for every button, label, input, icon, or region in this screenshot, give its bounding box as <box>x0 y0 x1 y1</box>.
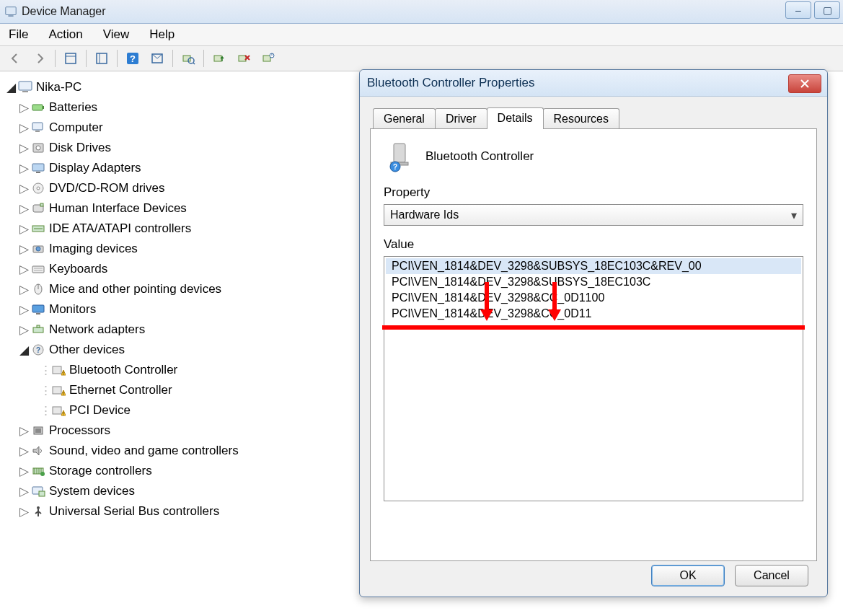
tree-node-label: Sound, video and game controllers <box>49 444 244 458</box>
expand-icon[interactable]: ▷ <box>17 162 30 175</box>
tab-details[interactable]: Details <box>487 107 544 129</box>
tree-node-label: Mice and other pointing devices <box>49 282 227 296</box>
tree-child-label: Ethernet Controller <box>69 383 178 397</box>
tree-node-label: Computer <box>49 120 109 135</box>
ok-button[interactable]: OK <box>651 565 725 586</box>
svg-marker-73 <box>548 309 561 321</box>
list-item[interactable]: PCI\VEN_1814&DEV_3298&CC_0D1100 <box>386 290 801 306</box>
tree-node-label: Imaging devices <box>49 242 144 256</box>
warning-icon: ! <box>50 363 66 377</box>
tab-driver[interactable]: Driver <box>435 108 487 129</box>
expand-icon[interactable]: ▷ <box>17 444 30 457</box>
expand-icon[interactable]: ▷ <box>17 465 30 478</box>
tree-node-label: System devices <box>49 484 141 498</box>
window-title: Device Manager <box>22 5 106 18</box>
expand-icon[interactable]: ▷ <box>17 505 30 518</box>
back-button[interactable] <box>4 48 26 69</box>
expand-icon[interactable]: ▷ <box>17 303 30 316</box>
hid-icon <box>30 201 46 216</box>
tab-resources[interactable]: Resources <box>543 108 619 129</box>
uninstall-button[interactable] <box>233 48 255 69</box>
menu-file[interactable]: File <box>9 27 28 42</box>
menu-help[interactable]: Help <box>149 27 175 42</box>
properties-dialog: Bluetooth Controller Properties General … <box>359 69 828 597</box>
show-hidden-button[interactable] <box>60 48 81 69</box>
toolbar-separator <box>55 50 56 67</box>
cancel-button[interactable]: Cancel <box>735 565 808 586</box>
tree-connector: ⋮ <box>40 363 50 378</box>
battery-icon <box>30 100 46 115</box>
svg-rect-22 <box>35 131 40 132</box>
svg-rect-30 <box>40 203 43 206</box>
svg-rect-20 <box>43 106 44 109</box>
tree-node-label: Batteries <box>49 100 103 115</box>
monitor-icon <box>30 302 46 317</box>
list-item[interactable]: PCI\VEN_1814&DEV_3298&CC_0D11 <box>386 306 801 322</box>
svg-rect-12 <box>214 56 221 61</box>
svg-text:?: ? <box>393 163 397 171</box>
annotation-arrow-icon <box>480 282 493 321</box>
svg-rect-13 <box>239 56 246 61</box>
svg-rect-0 <box>6 7 16 15</box>
collapse-icon[interactable]: ◢ <box>4 81 17 94</box>
ide-icon <box>30 221 46 236</box>
menu-view[interactable]: View <box>103 27 130 42</box>
expand-icon[interactable]: ▷ <box>17 485 30 498</box>
tree-node-label: Storage controllers <box>49 464 158 478</box>
window-titlebar[interactable]: Device Manager – ▢ <box>0 0 843 24</box>
expand-icon[interactable]: ▷ <box>17 242 30 255</box>
dialog-titlebar[interactable]: Bluetooth Controller Properties <box>360 70 827 97</box>
annotation-arrow-icon <box>548 282 561 321</box>
toolbar-separator <box>203 50 204 67</box>
other-icon: ? <box>30 343 46 357</box>
device-name: Bluetooth Controller <box>425 149 534 164</box>
svg-rect-40 <box>32 305 44 312</box>
property-value: Hardware Ids <box>390 208 459 221</box>
svg-line-11 <box>193 63 195 64</box>
display-icon <box>30 161 46 175</box>
forward-button[interactable] <box>29 48 50 69</box>
tree-connector: ⋮ <box>40 383 50 398</box>
imaging-icon <box>30 242 46 256</box>
tree-node-label: Display Adapters <box>49 161 147 175</box>
minimize-button[interactable]: – <box>785 1 811 19</box>
svg-text:?: ? <box>130 53 136 64</box>
cpu-icon <box>30 423 46 438</box>
expand-icon[interactable]: ▷ <box>17 121 30 134</box>
expand-icon[interactable]: ▷ <box>17 263 30 276</box>
expand-icon[interactable]: ▷ <box>17 202 30 215</box>
expand-icon[interactable]: ◢ <box>17 343 30 356</box>
expand-icon[interactable]: ▷ <box>17 141 30 154</box>
list-item[interactable]: PCI\VEN_1814&DEV_3298&SUBSYS_18EC103C&RE… <box>386 258 801 274</box>
expand-icon[interactable]: ▷ <box>17 222 30 235</box>
value-listbox[interactable]: PCI\VEN_1814&DEV_3298&SUBSYS_18EC103C&RE… <box>384 256 803 501</box>
expand-icon[interactable]: ▷ <box>17 323 30 336</box>
property-combobox[interactable]: Hardware Ids ▾ <box>384 204 803 226</box>
expand-icon[interactable]: ▷ <box>17 424 30 437</box>
expand-icon[interactable]: ▷ <box>17 182 30 195</box>
print-button[interactable] <box>146 48 168 69</box>
scan-hardware-button[interactable] <box>177 48 199 69</box>
dialog-tab-body: ? Bluetooth Controller Property Hardware… <box>370 128 817 561</box>
svg-rect-14 <box>263 56 270 61</box>
menu-action[interactable]: Action <box>48 27 82 42</box>
properties-button[interactable] <box>91 48 112 69</box>
tree-node-label: Network adapters <box>49 322 151 337</box>
tab-general[interactable]: General <box>373 108 436 129</box>
svg-rect-1 <box>8 15 13 16</box>
maximize-button[interactable]: ▢ <box>814 1 840 19</box>
svg-rect-17 <box>19 82 32 90</box>
computer-icon <box>17 80 33 94</box>
help-button[interactable]: ? <box>122 48 144 69</box>
dialog-title: Bluetooth Controller Properties <box>367 76 534 90</box>
expand-icon[interactable]: ▷ <box>17 283 30 296</box>
toolbar-separator <box>117 50 118 67</box>
list-item[interactable]: PCI\VEN_1814&DEV_3298&SUBSYS_18EC103C <box>386 274 801 290</box>
disable-button[interactable] <box>257 48 279 69</box>
device-icon: ? <box>384 141 415 172</box>
expand-icon[interactable]: ▷ <box>17 101 30 114</box>
warning-icon: ! <box>50 403 66 418</box>
dialog-close-button[interactable] <box>788 74 821 93</box>
cd-icon <box>30 181 46 195</box>
update-driver-button[interactable] <box>208 48 230 69</box>
